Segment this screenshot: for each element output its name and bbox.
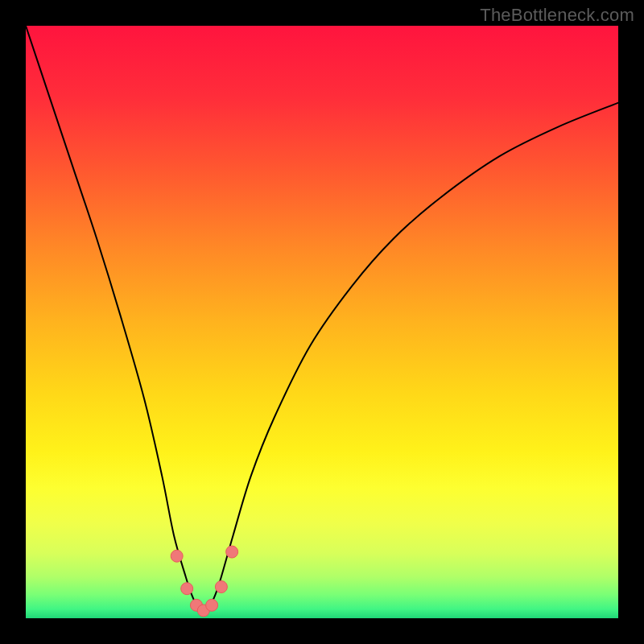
bottleneck-curve-svg <box>26 26 618 618</box>
trough-marker <box>226 546 238 558</box>
watermark-text: TheBottleneck.com <box>480 5 634 26</box>
trough-markers <box>171 546 237 617</box>
trough-marker <box>206 599 218 611</box>
trough-marker <box>215 580 227 592</box>
trough-marker <box>181 583 193 595</box>
trough-marker <box>171 550 183 562</box>
plot-area <box>26 26 618 618</box>
bottleneck-curve <box>26 26 618 609</box>
